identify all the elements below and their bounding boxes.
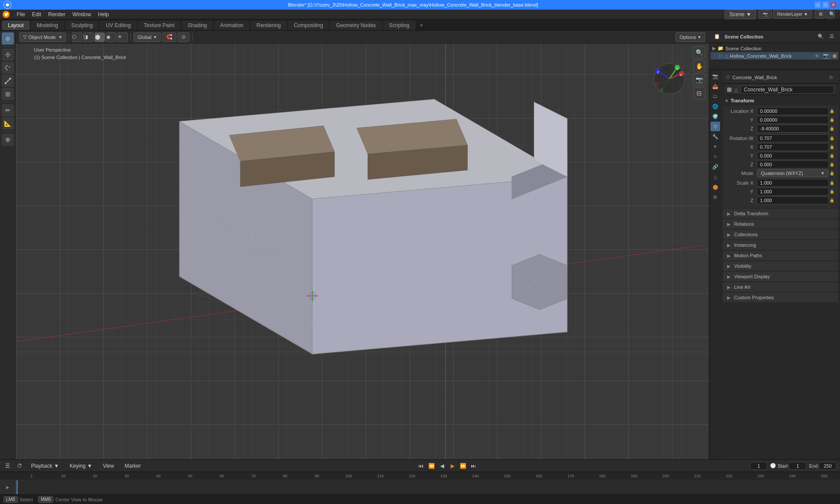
tool-annotate[interactable]: ✏: [2, 104, 14, 116]
prop-tab-data[interactable]: △: [710, 172, 720, 182]
filter-btn[interactable]: 🔍: [825, 10, 835, 19]
rotation-x-field[interactable]: 0.707: [757, 143, 829, 151]
viewport-gizmo[interactable]: X Y Z: [652, 61, 687, 96]
solid-btn[interactable]: ⬤: [94, 32, 105, 42]
prop-tab-scene[interactable]: 🌐: [710, 102, 720, 111]
scale-z-lock[interactable]: 🔒: [829, 197, 835, 203]
tool-move[interactable]: [2, 49, 14, 61]
overlay-mode-btn[interactable]: ⬡: [72, 32, 82, 42]
viewport-pan[interactable]: ✋: [693, 60, 705, 72]
menu-render[interactable]: Render: [45, 10, 69, 18]
timeline-playback-btn[interactable]: Playback ▼: [28, 462, 63, 470]
start-frame-field[interactable]: 1: [789, 462, 806, 470]
snap-btn[interactable]: 🧲: [162, 32, 176, 42]
rotation-y-field[interactable]: 0.000: [757, 152, 829, 160]
play-back-btn[interactable]: ◀: [438, 462, 446, 470]
collections-section[interactable]: ▶ Collections: [723, 230, 838, 239]
outliner-filter-btn[interactable]: 🔍: [816, 32, 826, 42]
outliner-type-btn[interactable]: 📋: [712, 32, 722, 42]
outliner-settings-btn[interactable]: ☰: [827, 32, 836, 42]
tab-compositing[interactable]: Compositing: [288, 21, 329, 30]
timeline-view-btn[interactable]: View: [99, 462, 118, 470]
prop-tab-world[interactable]: 🌍: [710, 112, 720, 121]
rotation-y-lock[interactable]: 🔒: [829, 153, 835, 159]
timeline-keying-btn[interactable]: Keying ▼: [66, 462, 96, 470]
prop-tab-modifier[interactable]: 🔧: [710, 132, 720, 141]
location-x-lock[interactable]: 🔒: [829, 108, 835, 114]
location-z-field[interactable]: -9.40000: [757, 125, 829, 133]
prop-tab-output[interactable]: 📤: [710, 81, 720, 91]
visibility-section[interactable]: ▶ Visibility: [723, 261, 838, 271]
transform-header[interactable]: ▼ Transform: [723, 96, 838, 105]
rendered-btn[interactable]: ☀: [117, 32, 128, 42]
tool-scale[interactable]: [2, 75, 14, 87]
step-back-btn[interactable]: ⏪: [427, 462, 436, 470]
timeline-type-btn[interactable]: ⏱: [15, 463, 24, 469]
end-frame-field[interactable]: 250: [819, 462, 836, 470]
play-stop-btn[interactable]: ▶: [448, 462, 457, 470]
render-layer-btn[interactable]: RenderLayer ▼: [773, 10, 812, 19]
tool-add[interactable]: ⊕: [2, 133, 14, 146]
rotation-z-lock[interactable]: 🔒: [829, 161, 835, 168]
close-button[interactable]: ✕: [830, 2, 836, 8]
prop-tab-material[interactable]: ⬤: [710, 182, 720, 192]
xray-btn[interactable]: ◨: [83, 32, 94, 42]
minimize-button[interactable]: ─: [815, 2, 821, 8]
timeline-menu-icon[interactable]: ☰: [4, 463, 12, 469]
viewport-perspective[interactable]: ⊟: [693, 87, 705, 99]
tool-measure[interactable]: 📐: [2, 117, 14, 130]
step-forward-btn[interactable]: ⏩: [458, 462, 467, 470]
location-y-field[interactable]: 0.00000: [757, 116, 829, 124]
workspace-selector[interactable]: Scene ▼: [724, 10, 756, 19]
skip-to-end-btn[interactable]: ⏭: [469, 462, 478, 470]
motion-paths-section[interactable]: ▶ Motion Paths: [723, 251, 838, 260]
props-filter-btn[interactable]: ⊟: [827, 74, 835, 81]
tab-texture-paint[interactable]: Texture Paint: [138, 21, 181, 30]
prop-tab-texture[interactable]: ⊞: [710, 192, 720, 202]
rotation-mode-lock[interactable]: 🔒: [829, 170, 835, 176]
rotation-w-lock[interactable]: 🔒: [829, 135, 835, 141]
relations-section[interactable]: ▶ Relations: [723, 219, 838, 229]
prop-tab-object[interactable]: ▽: [710, 122, 720, 131]
current-frame-field[interactable]: 1: [750, 462, 767, 470]
viewport-display-section[interactable]: ▶ Viewport Display: [723, 272, 838, 281]
outliner-scene-collection[interactable]: ▶ 📁 Scene Collection: [710, 45, 838, 52]
menu-help[interactable]: Help: [94, 10, 112, 18]
location-y-lock[interactable]: 🔒: [829, 117, 835, 123]
viewport[interactable]: ▽ Object Mode ▼ ⬡ ◨ ⬤ ◉ ☀: [16, 31, 709, 459]
tab-animation[interactable]: Animation: [214, 21, 249, 30]
tab-uv-editing[interactable]: UV Editing: [100, 21, 137, 30]
scale-y-lock[interactable]: 🔒: [829, 189, 835, 195]
object-name-input[interactable]: Concrete_Wall_Brick: [741, 86, 834, 94]
scale-x-lock[interactable]: 🔒: [829, 180, 835, 186]
location-z-lock[interactable]: 🔒: [829, 126, 835, 132]
tab-sculpting[interactable]: Sculpting: [65, 21, 99, 30]
visibility-icon[interactable]: 👁: [815, 53, 819, 59]
delta-transform-section[interactable]: ▶ Delta Transform: [723, 209, 838, 218]
render-icon[interactable]: 📷: [823, 53, 829, 59]
blender-menu-logo[interactable]: [2, 10, 10, 19]
object-mode-dropdown[interactable]: ▽ Object Mode ▼: [19, 32, 66, 42]
tab-shading[interactable]: Shading: [182, 21, 213, 30]
add-workspace-button[interactable]: +: [416, 21, 427, 30]
menu-file[interactable]: File: [13, 10, 28, 18]
prop-tab-particles[interactable]: ✦: [710, 142, 720, 151]
tab-rendering[interactable]: Rendering: [250, 21, 287, 30]
scale-z-field[interactable]: 1.000: [757, 196, 829, 204]
global-local-dropdown[interactable]: Global ▼: [133, 32, 161, 42]
tab-scripting[interactable]: Scripting: [383, 21, 416, 30]
proportional-edit-btn[interactable]: ⊙: [178, 32, 189, 42]
tool-transform[interactable]: ⊞: [2, 88, 14, 100]
viewport-zoom-in[interactable]: 🔍: [693, 46, 705, 59]
tab-geometry-nodes[interactable]: Geometry Nodes: [330, 21, 382, 30]
instancing-section[interactable]: ▶ Instancing: [723, 240, 838, 250]
rotation-x-lock[interactable]: 🔒: [829, 144, 835, 150]
engine-btn[interactable]: ⚙: [815, 10, 824, 19]
location-x-field[interactable]: 0.00000: [757, 107, 829, 115]
custom-properties-section[interactable]: ▶ Custom Properties: [723, 293, 838, 302]
line-art-section[interactable]: ▶ Line Art: [723, 282, 838, 292]
menu-edit[interactable]: Edit: [28, 10, 45, 18]
maximize-button[interactable]: □: [822, 2, 829, 8]
rotation-w-field[interactable]: 0.707: [757, 134, 829, 142]
options-btn[interactable]: Options ▼: [676, 32, 705, 42]
